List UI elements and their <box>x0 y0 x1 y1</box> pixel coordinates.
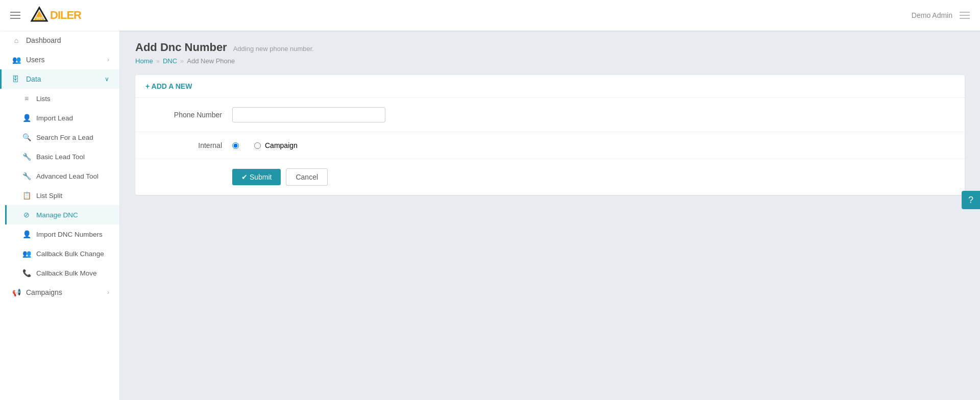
sidebar-label-search-lead: Search For a Lead <box>36 134 93 141</box>
sidebar-label-campaigns: Campaigns <box>26 288 62 296</box>
sidebar-label-dashboard: Dashboard <box>26 36 61 44</box>
sidebar-label-callback-bulk-move: Callback Bulk Move <box>36 269 97 277</box>
topbar-menu-icon[interactable] <box>960 12 970 19</box>
import-lead-icon: 👤 <box>22 114 31 122</box>
radio-internal[interactable] <box>232 142 239 149</box>
card-body: Phone Number Internal Campaign <box>135 98 965 195</box>
page-subtitle: Adding new phone number. <box>233 45 314 53</box>
logo-text-part1: DI <box>50 9 60 21</box>
add-new-title: + ADD A NEW <box>145 82 192 90</box>
sidebar-item-import-lead[interactable]: 👤 Import Lead <box>5 108 119 128</box>
advanced-tool-icon: 🔧 <box>22 172 31 180</box>
basic-tool-icon: 🔧 <box>22 153 31 161</box>
sidebar-item-campaigns[interactable]: 📢 Campaigns › <box>0 283 119 302</box>
sidebar-item-dashboard[interactable]: ⌂ Dashboard <box>0 31 119 50</box>
sidebar-item-data[interactable]: 🗄 Data ∨ <box>0 69 119 89</box>
sidebar-item-search-lead[interactable]: 🔍 Search For a Lead <box>5 128 119 147</box>
topbar: 360 DILER Demo Admin <box>0 0 980 31</box>
sidebar-label-advanced-lead-tool: Advanced Lead Tool <box>36 172 99 180</box>
phone-number-label: Phone Number <box>151 111 232 119</box>
callback-bulk-change-icon: 👥 <box>22 249 31 258</box>
user-name: Demo Admin <box>912 11 952 19</box>
submit-button[interactable]: ✔ Submit <box>232 169 281 185</box>
main-content: Add Dnc Number Adding new phone number. … <box>120 31 980 400</box>
sidebar-item-users[interactable]: 👥 Users › <box>0 50 119 69</box>
data-arrow: ∨ <box>105 76 109 83</box>
data-icon: 🗄 <box>12 75 21 83</box>
sidebar-label-lists: Lists <box>36 95 51 103</box>
list-split-icon: 📋 <box>22 191 31 199</box>
breadcrumb-home[interactable]: Home <box>135 57 153 65</box>
users-arrow: › <box>107 56 109 63</box>
logo-text-part2: LER <box>60 9 81 21</box>
sidebar-item-callback-bulk-change[interactable]: 👥 Callback Bulk Change <box>5 244 119 263</box>
campaign-label: Campaign <box>265 141 298 149</box>
help-button[interactable]: ? <box>962 191 980 209</box>
callback-bulk-move-icon: 📞 <box>22 269 31 277</box>
campaigns-icon: 📢 <box>12 288 21 296</box>
lists-icon: ≡ <box>22 94 31 103</box>
form-actions: ✔ Submit Cancel <box>135 159 965 195</box>
import-dnc-icon: 👤 <box>22 230 31 238</box>
page-title: Add Dnc Number <box>135 41 227 54</box>
hamburger-menu[interactable] <box>10 12 20 19</box>
svg-text:360: 360 <box>36 16 43 20</box>
sidebar: ⌂ Dashboard 👥 Users › 🗄 Data ∨ ≡ Lists 👤… <box>0 31 120 400</box>
radio-internal-input[interactable] <box>232 142 239 149</box>
cancel-button[interactable]: Cancel <box>286 168 328 186</box>
sidebar-item-list-split[interactable]: 📋 List Split <box>5 186 119 205</box>
internal-label: Internal <box>151 141 232 149</box>
sidebar-item-manage-dnc[interactable]: ⊘ Manage DNC <box>5 205 119 224</box>
sidebar-item-advanced-lead-tool[interactable]: 🔧 Advanced Lead Tool <box>5 166 119 186</box>
radio-campaign[interactable]: Campaign <box>254 141 298 149</box>
sidebar-item-import-dnc[interactable]: 👤 Import DNC Numbers <box>5 224 119 244</box>
search-icon: 🔍 <box>22 133 31 141</box>
manage-dnc-icon: ⊘ <box>22 211 31 219</box>
radio-group: Campaign <box>232 141 298 149</box>
sidebar-label-import-dnc: Import DNC Numbers <box>36 231 103 238</box>
sidebar-label-data: Data <box>26 75 41 83</box>
sidebar-label-manage-dnc: Manage DNC <box>36 211 78 219</box>
sidebar-item-lists[interactable]: ≡ Lists <box>5 89 119 108</box>
breadcrumb-dnc[interactable]: DNC <box>163 57 177 65</box>
sidebar-item-basic-lead-tool[interactable]: 🔧 Basic Lead Tool <box>5 147 119 166</box>
sidebar-label-import-lead: Import Lead <box>36 114 73 122</box>
campaigns-arrow: › <box>107 289 109 296</box>
sidebar-label-basic-lead-tool: Basic Lead Tool <box>36 153 85 161</box>
breadcrumb-current: Add New Phone <box>187 57 235 65</box>
sidebar-label-callback-bulk-change: Callback Bulk Change <box>36 250 104 258</box>
users-icon: 👥 <box>12 56 21 64</box>
sidebar-item-callback-bulk-move[interactable]: 📞 Callback Bulk Move <box>5 263 119 283</box>
sidebar-sub-data: ≡ Lists 👤 Import Lead 🔍 Search For a Lea… <box>0 89 119 283</box>
help-icon: ? <box>968 195 973 206</box>
radio-campaign-input[interactable] <box>254 142 261 149</box>
sidebar-label-users: Users <box>26 56 45 64</box>
phone-number-input[interactable] <box>232 107 385 122</box>
breadcrumb: Home » DNC » Add New Phone <box>135 57 965 65</box>
phone-number-row: Phone Number <box>135 98 965 132</box>
form-card: + ADD A NEW Phone Number Internal <box>135 75 965 195</box>
logo: 360 DILER <box>30 6 81 25</box>
internal-campaign-row: Internal Campaign <box>135 132 965 159</box>
card-header: + ADD A NEW <box>135 75 965 98</box>
sidebar-label-list-split: List Split <box>36 192 62 199</box>
home-icon: ⌂ <box>12 36 21 44</box>
